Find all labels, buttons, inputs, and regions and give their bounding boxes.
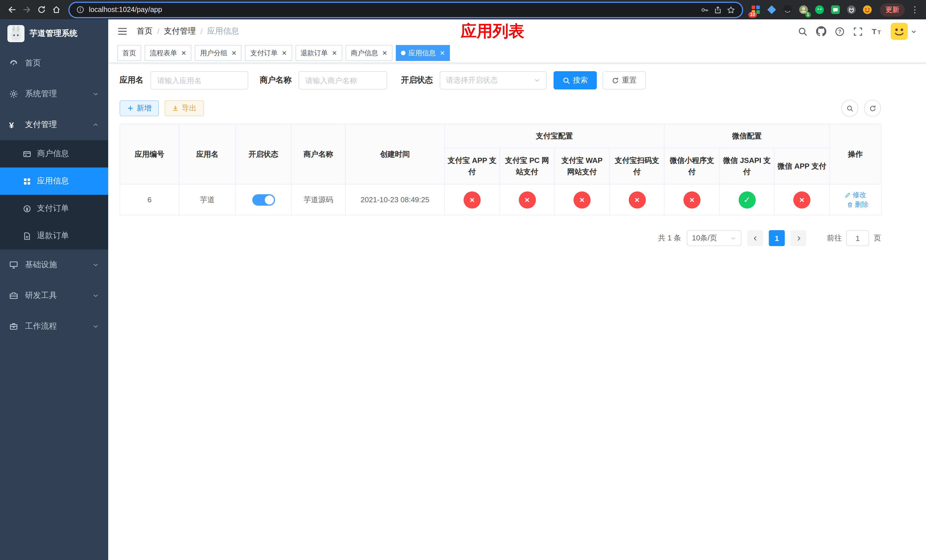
col-header-actions: 操作: [829, 124, 881, 184]
fullscreen-icon[interactable]: [853, 26, 863, 36]
tab-process-form[interactable]: 流程表单 ✕: [145, 45, 191, 61]
tab-merchant-info[interactable]: 商户信息 ✕: [346, 45, 392, 61]
refresh-table-icon[interactable]: [864, 100, 881, 117]
edit-link[interactable]: 修改: [844, 190, 866, 200]
sidebar-item-devtools[interactable]: 研发工具: [0, 280, 108, 311]
extension-green-circle-icon[interactable]: [813, 3, 826, 16]
extension-chat-icon[interactable]: [829, 3, 842, 16]
forward-icon[interactable]: [20, 2, 34, 17]
svg-text:T: T: [878, 30, 881, 35]
refund-doc-icon: [23, 232, 31, 240]
app-table: 应用编号 应用名 开启状态 商户名称 创建时间 支付宝配置 微信配置 操作 支付…: [120, 124, 882, 215]
col-header-wechat-jsapi: 微信 JSAPI 支付: [720, 148, 774, 184]
export-button[interactable]: 导出: [165, 100, 204, 116]
delete-link[interactable]: 删除: [847, 200, 869, 209]
sidebar-item-payment[interactable]: ¥ 支付管理: [0, 109, 108, 140]
app-title: 芋道管理系统: [30, 29, 77, 39]
col-header-status: 开启状态: [236, 124, 291, 184]
browser-menu-icon[interactable]: ⋮: [908, 5, 921, 15]
sidebar-item-infrastructure[interactable]: 基础设施: [0, 250, 108, 280]
share-icon[interactable]: [714, 5, 722, 14]
bookmark-star-icon[interactable]: [727, 5, 735, 14]
close-icon[interactable]: ✕: [381, 50, 387, 56]
alipay-pc-pay-status-cell: ×: [500, 184, 554, 215]
tab-pay-order[interactable]: 支付订单 ✕: [245, 45, 292, 61]
sidebar-item-system[interactable]: 系统管理: [0, 79, 108, 109]
tab-label: 首页: [123, 48, 136, 58]
breadcrumb-separator: /: [200, 27, 203, 36]
browser-update-button[interactable]: 更新: [880, 3, 905, 16]
sidebar-item-pay-order[interactable]: 支付订单: [0, 195, 108, 222]
disabled-cross-icon: ×: [683, 191, 701, 208]
app-name-input[interactable]: [150, 71, 248, 89]
tab-refund-order[interactable]: 退款订单 ✕: [295, 45, 342, 61]
page-number-active[interactable]: 1: [769, 230, 785, 246]
url-text[interactable]: localhost:1024/pay/app: [89, 6, 162, 14]
tab-app-info[interactable]: 应用信息 ✕: [396, 45, 450, 61]
close-icon[interactable]: ✕: [280, 50, 287, 56]
back-icon[interactable]: [5, 2, 20, 17]
reload-icon[interactable]: [34, 2, 49, 17]
search-button[interactable]: 搜索: [554, 71, 597, 89]
search-icon[interactable]: [798, 26, 808, 36]
sidebar-item-refund-order[interactable]: 退款订单: [0, 222, 108, 250]
app-logo: [8, 25, 24, 42]
close-icon[interactable]: ✕: [331, 50, 337, 56]
extension-diamond-icon[interactable]: [766, 3, 778, 16]
next-page-button[interactable]: [790, 230, 806, 246]
table-toolbar: 新增 导出: [120, 100, 881, 117]
add-button[interactable]: 新增: [120, 100, 159, 116]
chevron-down-icon: [92, 91, 99, 97]
collapse-sidebar-icon[interactable]: [117, 26, 127, 36]
sidebar-menu: 首页 系统管理 ¥ 支付管理: [0, 48, 108, 342]
tab-user-group[interactable]: 用户分组 ✕: [195, 45, 242, 61]
screen: localhost:1024/pay/app 10: [0, 0, 926, 560]
pagination: 共 1 条 10条/页 1: [120, 230, 881, 246]
wechat-mini-pay-status-cell: ×: [664, 184, 720, 215]
extensions-area: 10 1: [748, 3, 875, 16]
profile-avatar-icon[interactable]: 1: [797, 3, 810, 16]
font-size-icon[interactable]: TT: [872, 26, 882, 36]
status-select[interactable]: 请选择开启状态: [440, 71, 547, 89]
close-icon[interactable]: ✕: [180, 50, 186, 56]
extension-grid-icon[interactable]: 10: [749, 3, 762, 16]
tab-home[interactable]: 首页: [117, 45, 141, 61]
goto-page-input[interactable]: [846, 230, 869, 246]
site-info-icon[interactable]: [76, 6, 84, 14]
status-switch[interactable]: [252, 194, 275, 205]
sidebar-item-label: 支付管理: [25, 120, 57, 130]
sidebar-item-merchant-info[interactable]: 商户信息: [0, 140, 108, 168]
cell-merchant: 芋道源码: [291, 184, 345, 215]
breadcrumb-payment[interactable]: 支付管理: [164, 26, 196, 36]
close-icon[interactable]: ✕: [230, 50, 236, 56]
sidebar-item-app-info[interactable]: 应用信息: [0, 168, 108, 195]
page-size-select[interactable]: 10条/页: [687, 230, 741, 246]
trash-icon: [847, 201, 853, 207]
extension-emoji-icon[interactable]: [861, 3, 874, 16]
close-icon[interactable]: ✕: [439, 50, 445, 56]
reset-button[interactable]: 重置: [602, 71, 646, 89]
extension-plug-icon[interactable]: [845, 3, 858, 16]
sidebar-item-workflow[interactable]: 工作流程: [0, 311, 108, 342]
chevron-down-icon: [92, 292, 99, 299]
password-key-icon[interactable]: [701, 5, 709, 14]
merchant-name-input[interactable]: [298, 71, 387, 89]
toggle-search-icon[interactable]: [841, 100, 858, 117]
pagination-total: 共 1 条: [658, 233, 681, 243]
address-bar[interactable]: localhost:1024/pay/app: [70, 3, 742, 17]
breadcrumb-home[interactable]: 首页: [137, 26, 153, 36]
col-header-alipay-app: 支付宝 APP 支付: [445, 148, 500, 184]
breadcrumb: 首页 / 支付管理 / 应用信息: [137, 26, 239, 36]
home-icon[interactable]: [49, 2, 64, 17]
user-menu[interactable]: [891, 23, 917, 40]
merchant-name-label: 商户名称: [260, 75, 292, 85]
refresh-icon: [612, 77, 619, 84]
cell-create-time: 2021-10-23 08:49:25: [345, 184, 445, 215]
help-icon[interactable]: ?: [835, 26, 844, 36]
sidebar-item-home[interactable]: 首页: [0, 48, 108, 79]
extension-dark-circle-icon[interactable]: [781, 3, 794, 16]
filter-form: 应用名 商户名称 开启状态 请选择开启状态: [120, 71, 881, 89]
profile-badge: 1: [805, 12, 811, 18]
github-icon[interactable]: [816, 26, 826, 36]
prev-page-button[interactable]: [747, 230, 763, 246]
